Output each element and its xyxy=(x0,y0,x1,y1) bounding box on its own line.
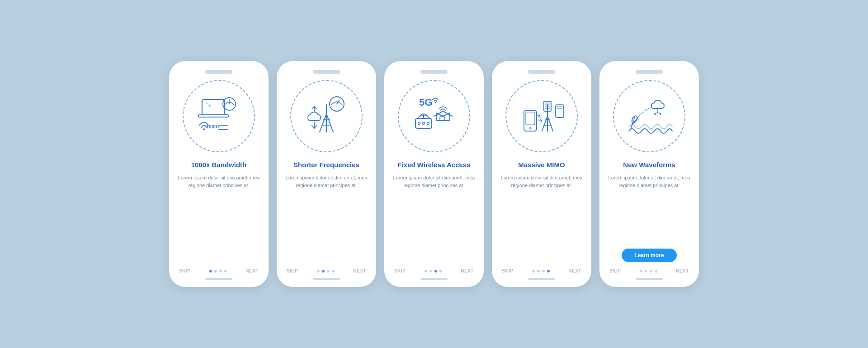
svg-text:1000x: 1000x xyxy=(206,124,220,129)
dot-1 xyxy=(209,270,212,273)
waveforms-body: Lorem ipsum dolor sit dim amet, mea regi… xyxy=(608,174,691,243)
wireless-body: Lorem ipsum dolor sit dim amet, mea regi… xyxy=(392,174,476,263)
svg-point-26 xyxy=(443,111,444,112)
dot-1 xyxy=(425,270,427,273)
dot-2 xyxy=(645,270,647,273)
svg-rect-38 xyxy=(526,112,535,125)
phones-container: 1000x 1000x Bandwidth Lorem ipsum dolor … xyxy=(169,61,699,287)
phone-bottom-bar-2 xyxy=(313,278,340,280)
frequencies-title: Shorter Frequencies xyxy=(293,160,359,169)
dot-2 xyxy=(429,270,432,273)
svg-line-11 xyxy=(326,114,333,132)
phone-bottom-bar xyxy=(205,278,232,280)
bandwidth-title: 1000x Bandwidth xyxy=(191,160,247,169)
phone-notch-2 xyxy=(313,70,340,74)
dot-3 xyxy=(327,270,330,273)
svg-point-23 xyxy=(423,122,425,125)
phone-frequencies: Shorter Frequencies Lorem ipsum dolor si… xyxy=(277,61,376,287)
mimo-dots xyxy=(532,270,550,273)
waveforms-title: New Waveforms xyxy=(623,160,675,169)
frequencies-dots xyxy=(317,270,335,273)
wireless-dots xyxy=(425,270,442,273)
dot-4 xyxy=(224,270,227,273)
svg-point-22 xyxy=(418,122,420,125)
mimo-title: Massive MIMO xyxy=(518,160,565,169)
svg-line-28 xyxy=(542,116,547,131)
dot-4 xyxy=(655,270,657,273)
frequencies-icon-area xyxy=(290,80,363,152)
svg-line-8 xyxy=(207,103,210,106)
wireless-skip[interactable]: SKIP xyxy=(394,268,406,273)
dot-2 xyxy=(214,270,217,273)
dot-3 xyxy=(542,270,545,273)
mimo-next[interactable]: NEXT xyxy=(568,268,581,273)
dot-3 xyxy=(219,270,222,273)
mimo-icon-area xyxy=(505,80,578,152)
frequencies-nav: SKIP NEXT xyxy=(285,268,368,273)
svg-point-46 xyxy=(654,113,656,115)
svg-point-19 xyxy=(435,102,436,103)
wireless-next[interactable]: NEXT xyxy=(461,268,474,273)
svg-line-29 xyxy=(547,116,553,131)
svg-text:5G: 5G xyxy=(419,97,432,108)
phone-notch-3 xyxy=(420,70,448,74)
svg-rect-0 xyxy=(202,99,225,115)
waveforms-icon-area xyxy=(613,80,685,152)
phone-waveforms: New Waveforms Lorem ipsum dolor sit dim … xyxy=(599,61,699,287)
phone-notch-5 xyxy=(636,70,663,74)
phone-wireless: 5G xyxy=(384,61,484,287)
dot-4 xyxy=(439,270,442,273)
mimo-skip[interactable]: SKIP xyxy=(502,268,513,273)
bandwidth-body: Lorem ipsum dolor sit dim amet, mea regi… xyxy=(177,174,260,263)
bandwidth-dots xyxy=(209,270,227,273)
waveforms-dots xyxy=(640,270,657,273)
wireless-icon-area: 5G xyxy=(398,80,470,152)
svg-point-4 xyxy=(203,128,205,130)
waveforms-nav: SKIP NEXT xyxy=(608,268,691,273)
dot-2 xyxy=(322,270,325,273)
svg-rect-20 xyxy=(440,117,444,121)
bandwidth-next[interactable]: NEXT xyxy=(245,268,259,273)
svg-point-24 xyxy=(427,122,429,125)
phone-bottom-bar-3 xyxy=(420,278,448,280)
dot-1 xyxy=(532,270,535,273)
dot-4 xyxy=(332,270,335,273)
dot-3 xyxy=(650,270,652,273)
dot-2 xyxy=(537,270,540,273)
dot-1 xyxy=(640,270,642,273)
phone-bottom-bar-4 xyxy=(528,278,555,280)
frequencies-body: Lorem ipsum dolor sit dim amet, mea regi… xyxy=(285,174,368,263)
wireless-nav: SKIP NEXT xyxy=(392,268,476,273)
mimo-body: Lorem ipsum dolor sit dim amet, mea regi… xyxy=(500,174,583,263)
svg-point-39 xyxy=(529,127,531,129)
mimo-nav: SKIP NEXT xyxy=(500,268,583,273)
phone-notch-4 xyxy=(528,70,555,74)
bandwidth-skip[interactable]: SKIP xyxy=(179,268,190,273)
phone-notch xyxy=(205,70,232,74)
frequencies-skip[interactable]: SKIP xyxy=(287,268,298,273)
waveforms-skip[interactable]: SKIP xyxy=(609,268,621,273)
dot-4 xyxy=(547,270,550,273)
waveforms-next[interactable]: NEXT xyxy=(676,268,689,273)
bandwidth-icon-area: 1000x xyxy=(183,80,255,152)
phone-bandwidth: 1000x 1000x Bandwidth Lorem ipsum dolor … xyxy=(169,61,269,287)
learn-more-button[interactable]: Learn more xyxy=(622,249,676,262)
dot-3 xyxy=(434,270,437,273)
dot-1 xyxy=(317,270,320,273)
wireless-title: Fixed Wireless Access xyxy=(397,160,470,169)
bandwidth-nav: SKIP NEXT xyxy=(177,268,260,273)
phone-mimo: Massive MIMO Lorem ipsum dolor sit dim a… xyxy=(492,61,591,287)
frequencies-next[interactable]: NEXT xyxy=(353,268,366,273)
svg-rect-1 xyxy=(198,115,228,117)
phone-bottom-bar-5 xyxy=(636,278,663,280)
svg-point-47 xyxy=(660,113,661,115)
